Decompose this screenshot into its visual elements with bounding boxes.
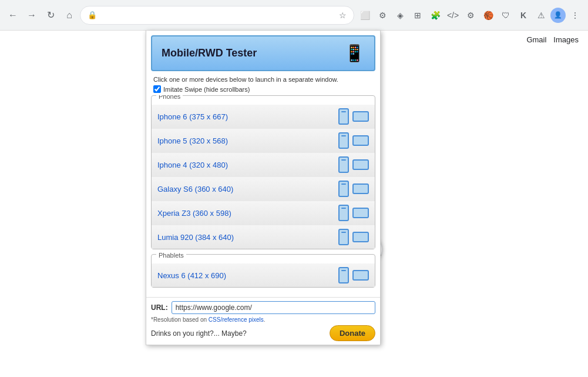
drinks-row: Drinks on you right?... Maybe? Donate [151,325,375,341]
url-label: URL: [151,303,168,312]
browser-bar: ← → ↻ ⌂ 🔒 https://www.google.com ☆ ⬜ ⚙ ◈… [0,0,588,31]
mobile-device-icon: 📱 [344,44,365,63]
device-icons [338,108,369,125]
portrait-icon[interactable] [338,132,349,149]
puzzle-icon[interactable]: 🧩 [427,7,443,24]
main-content: Gmail Images e ⌨ 🎤 sorte Mobile/RWD Test… [0,31,588,377]
url-row: URL: [151,301,375,314]
panel-bottom: URL: *Resolution based on CSS/reference … [146,297,380,345]
lock-icon: 🔒 [88,11,97,19]
shield-icon[interactable]: 🛡 [498,7,514,24]
list-item[interactable]: Lumia 920 (384 x 640) [152,225,375,249]
phones-group-label: Phones [156,95,183,100]
imitate-swipe-label: Imitate Swipe (hide scrollbars) [163,86,250,93]
landscape-icon[interactable] [352,270,369,281]
popup-panel: Mobile/RWD Tester 📱 Click one or more de… [146,31,381,345]
phablets-group-label: Phablets [156,252,186,259]
list-item[interactable]: Galaxy S6 (360 x 640) [152,177,375,201]
list-item[interactable]: Iphone 6 (375 x 667) [152,105,375,129]
device-name: Iphone 4 (320 x 480) [157,161,338,169]
donate-button[interactable]: Donate [330,325,375,341]
panel-header: Mobile/RWD Tester 📱 [151,35,375,71]
landscape-icon[interactable] [352,208,369,218]
resolution-note: *Resolution based on CSS/reference pixel… [151,316,375,323]
portrait-icon[interactable] [338,205,349,221]
star-icon[interactable]: ☆ [339,11,347,20]
phablets-group: Phablets Nexus 6 (412 x 690) [151,254,375,288]
toolbar-icons: ⬜ ⚙ ◈ ⊞ 🧩 </> ⚙ 🏀 🛡 K ⚠ 👤 ⋮ [357,7,583,24]
grid-icon[interactable]: ⊞ [409,7,426,24]
more-menu-button[interactable]: ⋮ [567,7,583,24]
landscape-icon[interactable] [352,159,369,170]
basketball-icon[interactable]: 🏀 [480,7,496,24]
images-link[interactable]: Images [553,35,579,44]
list-item[interactable]: Iphone 5 (320 x 568) [152,129,375,153]
landscape-icon[interactable] [352,232,369,242]
extensions-icon[interactable]: ⚙ [374,7,391,24]
landscape-icon[interactable] [352,135,369,146]
url-field[interactable] [172,301,375,314]
device-name: Xperia Z3 (360 x 598) [157,209,338,218]
device-name: Lumia 920 (384 x 640) [157,233,338,242]
portrait-icon[interactable] [338,156,349,173]
phones-group: Phones Iphone 6 (375 x 667) Iphone 5 (32… [151,95,375,249]
back-button[interactable]: ← [5,7,21,24]
landscape-icon[interactable] [352,111,369,122]
k-icon[interactable]: K [515,7,532,24]
profile-avatar[interactable]: 👤 [550,8,566,23]
code-icon[interactable]: </> [445,7,461,24]
drinks-text: Drinks on you right?... Maybe? [151,329,247,338]
forward-button[interactable]: → [23,7,40,24]
list-item[interactable]: Xperia Z3 (360 x 598) [152,201,375,225]
resolution-note-end: . [264,316,266,323]
device-icons [338,132,369,149]
portrait-icon[interactable] [338,181,349,197]
portrait-icon[interactable] [338,229,349,245]
panel-subtitle: Click one or more devices below to launc… [146,74,380,84]
device-name: Iphone 5 (320 x 568) [157,136,338,145]
settings-icon[interactable]: ⚙ [462,7,479,24]
device-name: Galaxy S6 (360 x 640) [157,185,338,193]
device-icons [338,181,369,197]
css-reference-link[interactable]: CSS/reference pixels [209,316,264,323]
device-icons [338,229,369,245]
list-item[interactable]: Nexus 6 (412 x 690) [152,263,375,287]
landscape-icon[interactable] [352,184,369,194]
url-input[interactable]: https://www.google.com [100,11,335,19]
imitate-swipe-checkbox[interactable] [153,85,161,93]
device-icons [338,156,369,173]
address-bar: 🔒 https://www.google.com ☆ [80,6,354,25]
dev-tools-icon[interactable]: ◈ [392,7,408,24]
device-icons [338,267,369,283]
cast-icon[interactable]: ⬜ [357,7,373,24]
device-icons [338,205,369,221]
reload-button[interactable]: ↻ [42,7,59,24]
imitate-swipe-row: Imitate Swipe (hide scrollbars) [146,84,380,95]
device-name: Iphone 6 (375 x 667) [157,112,338,121]
warning-icon[interactable]: ⚠ [533,7,549,24]
devices-scroll[interactable]: Phones Iphone 6 (375 x 667) Iphone 5 (32… [146,95,380,297]
panel-title: Mobile/RWD Tester [162,47,257,59]
portrait-icon[interactable] [338,267,349,283]
device-name: Nexus 6 (412 x 690) [157,271,338,280]
gmail-link[interactable]: Gmail [526,35,546,44]
resolution-note-text: *Resolution based on [151,316,209,323]
home-button[interactable]: ⌂ [61,7,78,24]
list-item[interactable]: Iphone 4 (320 x 480) [152,153,375,177]
portrait-icon[interactable] [338,108,349,125]
